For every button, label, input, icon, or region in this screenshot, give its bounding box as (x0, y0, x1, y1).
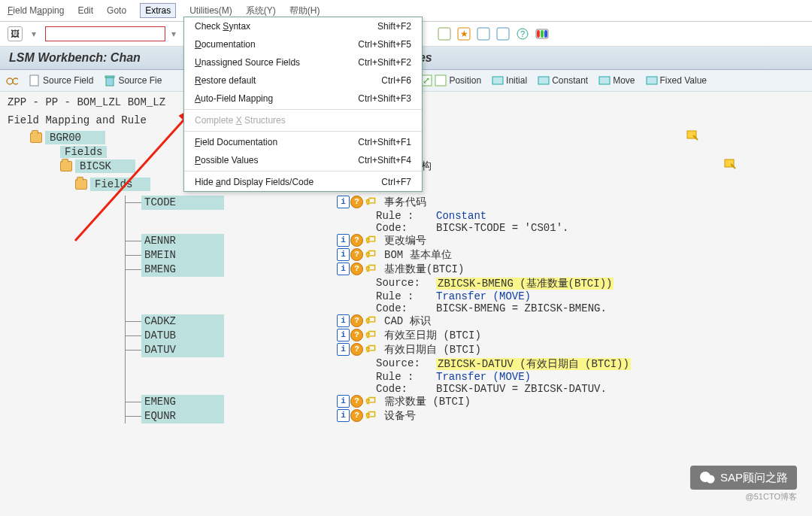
dropdown-arrow-icon[interactable]: ▾ (29, 29, 39, 39)
menu-item[interactable]: Hide and Display Fields/CodeCtrl+F7 (184, 173, 422, 191)
initial-button[interactable]: Initial (492, 74, 527, 87)
field-description: 需求数量 (BTCI) (384, 395, 471, 409)
field-row[interactable]: TCODEi?🏷事务代码 (111, 196, 804, 210)
menu-goto[interactable]: Goto (107, 5, 126, 16)
field-subrow: Code:BICSK-BMENG = ZBICSK-BMENG. (376, 302, 804, 314)
menu-item[interactable]: Check SyntaxShift+F2 (184, 17, 422, 35)
field-row[interactable]: CADKZi?🏷CAD 标识 (111, 314, 804, 329)
toolbar-icon[interactable] (477, 27, 490, 41)
menu-item[interactable]: DocumentationCtrl+Shift+F5 (184, 35, 422, 53)
svg-rect-13 (30, 75, 38, 86)
image-icon[interactable]: 🖼 (8, 26, 23, 41)
field-row[interactable]: BMEINi?🏷BOM 基本单位 (111, 248, 804, 263)
svg-rect-8 (537, 30, 540, 38)
field-description: 设备号 (384, 409, 416, 423)
rule-icon (646, 74, 658, 87)
field-name: DATUV (141, 343, 224, 357)
rule-icon (492, 74, 504, 87)
constant-button[interactable]: Constant (538, 74, 588, 87)
menu-item[interactable]: Unassigned Source FieldsCtrl+Shift+F2 (184, 53, 422, 71)
info-icon[interactable]: i (337, 263, 350, 275)
svg-rect-3 (477, 28, 489, 40)
tag-icon[interactable]: 🏷 (364, 196, 377, 208)
command-input[interactable] (45, 26, 165, 41)
extras-menu-dropdown: Check SyntaxShift+F2DocumentationCtrl+Sh… (183, 17, 423, 192)
move-button[interactable]: Move (598, 74, 635, 87)
menu-help[interactable]: 帮助(H) (289, 5, 320, 17)
field-row[interactable]: EMENGi?🏷需求数量 (BTCI) (111, 395, 804, 409)
folder-open-icon (60, 161, 72, 171)
help-icon[interactable]: ? (350, 395, 363, 408)
wechat-icon (699, 470, 716, 485)
menu-item[interactable]: Restore defaultCtrl+F6 (184, 71, 422, 90)
info-icon[interactable]: i (337, 329, 350, 341)
toolbar-icon[interactable] (438, 27, 451, 41)
svg-rect-10 (544, 30, 547, 38)
toolbar-icon[interactable]: ? (516, 27, 529, 41)
field-name: DATUB (141, 329, 224, 343)
field-name: BMEIN (141, 248, 224, 263)
info-icon[interactable]: i (337, 196, 350, 208)
toolbar-icon[interactable]: ★ (457, 27, 471, 41)
field-subrow: Source:ZBICSK-DATUV (有效日期自 (BTCI)) (376, 357, 804, 371)
field-row[interactable]: AENNRi?🏷更改编号 (111, 234, 804, 248)
source-field-delete-button[interactable]: Source Fie (104, 74, 162, 87)
watermark: SAP顾问之路 @51CTO博客 (690, 466, 797, 502)
help-icon[interactable]: ? (350, 248, 363, 261)
trash-icon (104, 74, 116, 87)
source-field-button[interactable]: Source Field (29, 74, 93, 87)
help-icon[interactable]: ? (350, 409, 363, 422)
info-icon[interactable]: i (337, 234, 350, 247)
info-icon[interactable]: i (337, 343, 350, 356)
svg-rect-21 (599, 77, 610, 84)
tag-icon[interactable]: 🏷 (364, 234, 377, 247)
tag-icon[interactable]: 🏷 (364, 395, 377, 408)
tree-node-fields[interactable]: Fields (60, 146, 804, 158)
tag-icon[interactable]: 🏷 (364, 314, 377, 327)
help-icon[interactable]: ? (350, 314, 363, 327)
field-row[interactable]: BMENGi?🏷基准数量(BTCI) (111, 263, 804, 277)
tag-icon[interactable]: 🏷 (364, 409, 377, 422)
tree-node-bicsk[interactable]: BICSK BOM 表头数据的批输入结构 (60, 159, 804, 173)
info-icon[interactable]: i (337, 248, 350, 261)
menu-edit[interactable]: Edit (77, 5, 93, 16)
tag-icon[interactable]: 🏷 (364, 329, 377, 341)
field-subrow: Rule :Transfer (MOVE) (376, 290, 804, 302)
field-name: EMENG (141, 395, 224, 409)
tag-icon[interactable]: 🏷 (364, 263, 377, 275)
field-row[interactable]: DATUVi?🏷有效日期自 (BTCI) (111, 343, 804, 357)
rule-icon (598, 74, 611, 87)
menu-item[interactable]: Field DocumentationCtrl+Shift+F1 (184, 133, 422, 151)
svg-rect-0 (438, 28, 450, 40)
field-description: 有效日期自 (BTCI) (384, 343, 481, 357)
field-row[interactable]: DATUBi?🏷有效至日期 (BTCI) (111, 329, 804, 343)
svg-rect-19 (492, 77, 503, 84)
field-name: TCODE (141, 196, 224, 210)
toolbar-icon[interactable] (535, 27, 549, 41)
info-icon[interactable]: i (337, 314, 350, 327)
menu-system[interactable]: 系统(Y) (246, 5, 276, 17)
tag-icon (723, 158, 737, 175)
svg-rect-20 (538, 77, 549, 84)
help-icon[interactable]: ? (350, 263, 363, 275)
tag-icon[interactable]: 🏷 (364, 343, 377, 356)
toolbar-icon[interactable] (496, 27, 510, 41)
help-icon[interactable]: ? (350, 196, 363, 208)
fixed-value-button[interactable]: Fixed Value (646, 74, 707, 87)
tag-icon (686, 129, 699, 146)
glasses-icon[interactable] (6, 74, 18, 87)
menu-item[interactable]: Auto-Field MappingCtrl+Shift+F3 (184, 90, 422, 108)
tag-icon[interactable]: 🏷 (364, 248, 377, 261)
position-button[interactable]: ⤢ Position (420, 74, 481, 87)
help-icon[interactable]: ? (350, 343, 363, 356)
info-icon[interactable]: i (337, 409, 350, 422)
menu-utilities[interactable]: Utilities(M) (189, 5, 232, 16)
dropdown-arrow-icon[interactable]: ▾ (171, 29, 176, 39)
help-icon[interactable]: ? (350, 329, 363, 341)
help-icon[interactable]: ? (350, 234, 363, 247)
info-icon[interactable]: i (337, 395, 350, 408)
menu-extras[interactable]: Extras (140, 3, 176, 18)
menu-field-mapping[interactable]: FField Mappingield Mapping (8, 5, 64, 16)
field-row[interactable]: EQUNRi?🏷设备号 (111, 409, 804, 423)
menu-item[interactable]: Possible ValuesCtrl+Shift+F4 (184, 151, 422, 169)
